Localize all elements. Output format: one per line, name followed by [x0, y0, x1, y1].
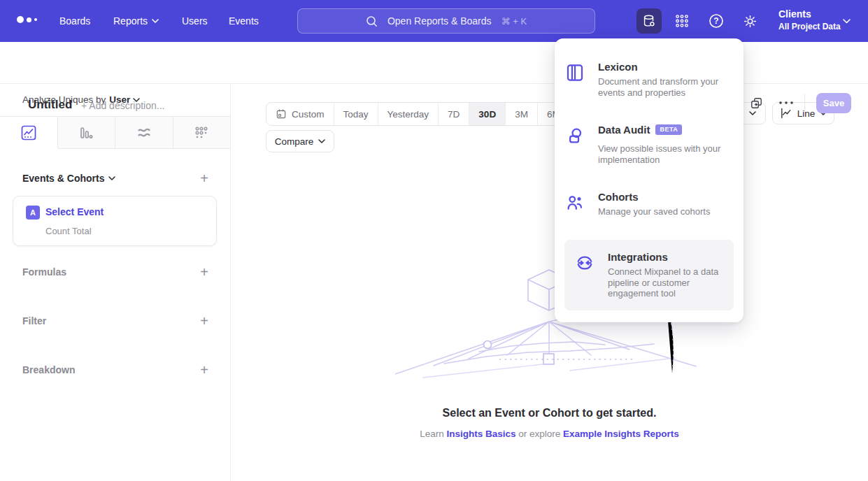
chart-type-tabs — [0, 116, 230, 149]
add-filter-button[interactable]: + — [200, 314, 208, 328]
line-chart-icon — [20, 124, 37, 141]
date-range-today[interactable]: Today — [334, 103, 378, 125]
integrations-sync-icon — [574, 251, 597, 299]
project-switcher[interactable]: Clients All Project Data — [778, 8, 841, 33]
query-sidebar: Analyze Uniques by User — [0, 84, 231, 481]
cohorts-people-icon — [564, 191, 587, 217]
cohorts-text: Cohorts Manage your saved cohorts — [598, 191, 710, 217]
save-button[interactable]: Save — [816, 93, 851, 113]
date-range-3m[interactable]: 3M — [506, 103, 538, 125]
tab-line-chart[interactable] — [0, 117, 58, 149]
example-insights-reports-link[interactable]: Example Insights Reports — [563, 429, 679, 439]
events-cohorts-dropdown[interactable]: Events & Cohorts — [22, 173, 115, 184]
date-range-yesterday[interactable]: Yesterday — [378, 103, 439, 125]
menu-item-cohorts[interactable]: Cohorts Manage your saved cohorts — [564, 191, 734, 217]
date-range-yesterday-label: Yesterday — [387, 109, 429, 120]
nav-reports-label: Reports — [113, 15, 148, 27]
report-title[interactable]: Untitled — [28, 98, 72, 112]
chevron-down-icon — [749, 111, 756, 115]
search-shortcut: ⌘ + K — [501, 16, 527, 27]
menu-item-data-audit[interactable]: Data Audit BETA View possible issues wit… — [564, 124, 734, 165]
add-breakdown-button[interactable]: + — [200, 363, 208, 377]
grid-icon — [674, 13, 690, 29]
nav-reports[interactable]: Reports — [113, 0, 159, 42]
header-divider — [804, 94, 805, 112]
line-chart-icon — [780, 108, 792, 119]
select-event-button[interactable]: Select Event — [45, 206, 104, 217]
more-options-button[interactable] — [778, 101, 794, 105]
project-chevron-down-icon[interactable] — [843, 19, 851, 24]
app-window: Boards Reports Users Events Open Reports… — [0, 0, 868, 481]
chart-style-label: Line — [797, 108, 816, 119]
cohorts-title: Cohorts — [598, 191, 639, 203]
data-management-button[interactable] — [636, 8, 662, 34]
add-event-button[interactable]: + — [200, 171, 208, 185]
integrations-title: Integrations — [608, 251, 668, 263]
filter-row: Filter + — [22, 314, 208, 328]
menu-item-integrations[interactable]: Integrations Connect Mixpanel to a data … — [564, 240, 734, 310]
compare-label: Compare — [275, 136, 314, 147]
gear-icon — [742, 13, 758, 29]
duplicate-button[interactable] — [750, 96, 763, 110]
settings-button[interactable] — [740, 13, 760, 29]
date-range-7d-label: 7D — [448, 109, 460, 120]
or-explore-text: or explore — [518, 429, 560, 439]
lexicon-text: Lexicon Document and transform your even… — [598, 61, 720, 98]
help-button[interactable]: ? — [706, 13, 726, 29]
search-icon — [366, 15, 378, 27]
data-audit-text: Data Audit BETA View possible issues wit… — [598, 124, 734, 165]
nav-events[interactable]: Events — [229, 0, 259, 42]
project-scope: All Project Data — [778, 21, 841, 33]
menu-item-lexicon[interactable]: Lexicon Document and transform your even… — [564, 61, 734, 98]
tab-flow-chart[interactable] — [115, 117, 173, 149]
empty-state-title: Select an Event or Cohort to get started… — [231, 407, 868, 419]
lexicon-book-icon — [564, 61, 587, 98]
nav-users[interactable]: Users — [182, 0, 208, 42]
filter-label: Filter — [22, 315, 46, 326]
date-range-3m-label: 3M — [515, 109, 528, 120]
add-formula-button[interactable]: + — [200, 265, 208, 279]
metric-dots-icon — [193, 124, 210, 141]
insights-basics-link[interactable]: Insights Basics — [446, 429, 515, 439]
data-audit-title: Data Audit — [598, 124, 650, 136]
tab-bar-chart[interactable] — [58, 117, 116, 149]
formulas-label: Formulas — [22, 266, 66, 278]
lexicon-title: Lexicon — [598, 61, 638, 73]
date-range-30d[interactable]: 30D — [469, 103, 506, 125]
nav-users-label: Users — [182, 15, 208, 27]
global-search-input[interactable]: Open Reports & Boards ⌘ + K — [297, 8, 595, 34]
tab-metric[interactable] — [173, 117, 231, 149]
project-name: Clients — [778, 8, 841, 21]
date-range-30d-label: 30D — [478, 109, 496, 120]
question-circle-icon: ? — [708, 13, 725, 29]
formulas-row: Formulas + — [22, 265, 208, 279]
chevron-down-icon — [318, 139, 325, 143]
lexicon-description: Document and transform your events and p… — [598, 76, 720, 98]
compare-dropdown[interactable]: Compare — [266, 130, 334, 152]
chevron-down-icon — [152, 19, 159, 23]
events-cohorts-header-row: Events & Cohorts + — [22, 171, 208, 185]
apps-grid-button[interactable] — [672, 13, 692, 29]
data-management-menu: Lexicon Document and transform your even… — [555, 38, 744, 322]
date-range-7d[interactable]: 7D — [439, 103, 469, 125]
calendar-icon — [276, 108, 287, 120]
count-total-dropdown[interactable]: Count Total — [45, 226, 92, 236]
nav-boards[interactable]: Boards — [59, 0, 90, 42]
events-cohorts-label: Events & Cohorts — [22, 173, 104, 184]
add-description-field[interactable]: + Add description... — [81, 100, 164, 111]
date-range-today-label: Today — [343, 109, 369, 120]
event-card[interactable]: A Select Event Count Total — [13, 196, 217, 246]
integrations-text: Integrations Connect Mixpanel to a data … — [608, 251, 724, 299]
breakdown-label: Breakdown — [22, 364, 75, 375]
cohorts-description: Manage your saved cohorts — [598, 206, 710, 217]
mixpanel-logo-icon[interactable] — [17, 16, 37, 23]
data-audit-icon — [564, 124, 587, 165]
date-range-custom-label: Custom — [292, 109, 325, 120]
nav-boards-label: Boards — [59, 15, 90, 27]
top-nav: Boards Reports Users Events Open Reports… — [0, 0, 868, 42]
event-series-badge: A — [26, 206, 40, 220]
database-gear-icon — [641, 13, 657, 29]
date-range-custom[interactable]: Custom — [266, 103, 334, 125]
flow-stream-icon — [136, 124, 152, 141]
data-audit-description: View possible issues with your implement… — [598, 143, 734, 165]
